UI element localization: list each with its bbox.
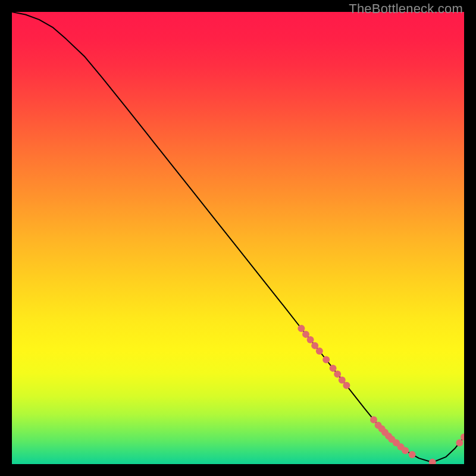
highlight-point — [409, 451, 416, 458]
highlight-point — [298, 325, 305, 332]
highlight-point — [334, 371, 341, 378]
chart-background — [12, 12, 464, 464]
chart-svg — [12, 12, 464, 464]
highlight-point — [316, 347, 323, 355]
highlight-point — [322, 356, 330, 363]
watermark-text: TheBottleneck.com — [349, 1, 463, 17]
highlight-point — [456, 439, 463, 446]
highlight-point — [402, 447, 409, 454]
chart-frame — [12, 12, 464, 464]
highlight-point — [343, 382, 350, 389]
highlight-point — [307, 336, 314, 343]
highlight-point — [330, 365, 337, 372]
